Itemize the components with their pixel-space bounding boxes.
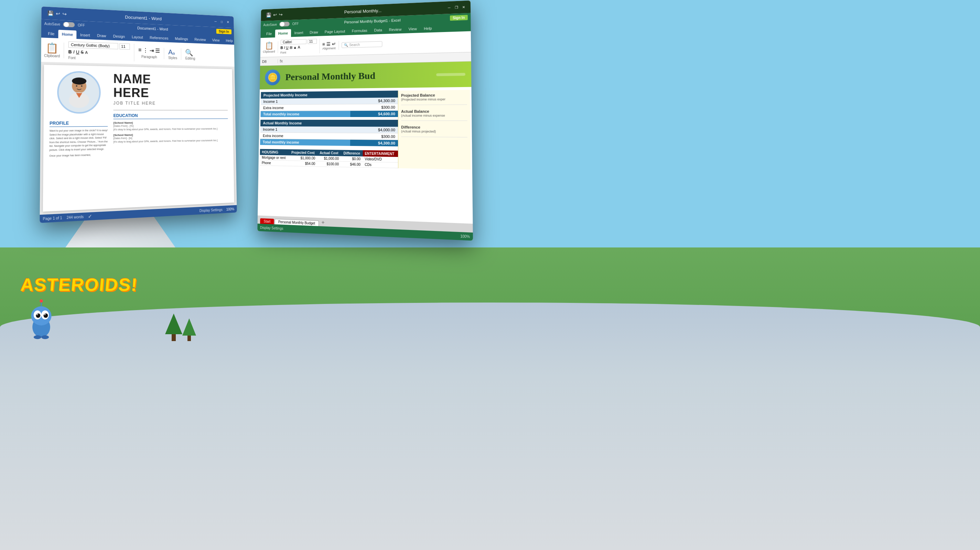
maximize-button[interactable]: □ xyxy=(220,19,224,24)
tab-mailings[interactable]: Mailings xyxy=(172,34,191,43)
excel-cell-ref[interactable]: D8 xyxy=(262,59,278,63)
font-formatting-row: B I U S̶ A xyxy=(68,49,130,56)
excel-font-size[interactable]: 11 xyxy=(307,38,317,44)
excel-tab-page-layout[interactable]: Page Layout xyxy=(321,27,348,36)
tab-home[interactable]: Home xyxy=(58,30,77,39)
excel-underline-button[interactable]: U xyxy=(286,45,289,50)
bold-button[interactable]: B xyxy=(68,49,72,55)
actual-income1-row[interactable]: Income 1 $4,000.00 xyxy=(260,126,398,133)
excel-fill-button[interactable]: ▲ xyxy=(293,45,297,49)
word-sign-in-button[interactable]: Sign In xyxy=(216,29,232,34)
search-icon[interactable]: 🔍 xyxy=(185,48,195,56)
excel-borders-button[interactable]: ⊞ xyxy=(289,45,293,50)
excel-tab-formulas[interactable]: Formulas xyxy=(348,26,371,35)
budget-title: Personal Monthly Bud xyxy=(285,70,375,83)
income1-row[interactable]: Income 1 $4,300.00 xyxy=(261,97,398,105)
close-button[interactable]: ✕ xyxy=(226,20,230,24)
projected-balance-section: Projected Balance (Projected income minu… xyxy=(401,92,467,105)
excel-display-settings[interactable]: Display Settings xyxy=(260,225,283,230)
excel-save-icon[interactable]: 💾 xyxy=(266,13,271,18)
save-icon[interactable]: 💾 xyxy=(48,10,54,16)
extra-income-label: Extra income xyxy=(261,104,350,111)
excel-sign-in-button[interactable]: Sign In xyxy=(450,15,468,21)
minimize-button[interactable]: ─ xyxy=(213,19,218,24)
tab-insert[interactable]: Insert xyxy=(77,30,94,40)
mortgage-actual: $1,000.00 xyxy=(317,156,341,162)
display-settings[interactable]: Display Settings xyxy=(199,207,223,212)
profile-photo xyxy=(57,71,101,114)
tab-file[interactable]: File xyxy=(44,29,58,38)
redo-icon[interactable]: ↪ xyxy=(62,11,67,17)
doc-page: PROFILE Want to put your own image in th… xyxy=(43,65,234,212)
paragraph-label: Paragraph xyxy=(142,55,157,59)
excel-align-center[interactable]: ☰ xyxy=(326,41,331,47)
add-sheet-button[interactable]: + xyxy=(320,218,327,226)
excel-search-area: 🔍 Search xyxy=(342,38,468,48)
excel-tab-help[interactable]: Help xyxy=(420,24,436,33)
excel-tab-insert[interactable]: Insert xyxy=(291,29,307,37)
paste-icon[interactable]: 📋 xyxy=(45,42,59,54)
font-color-button[interactable]: A xyxy=(85,50,88,54)
tab-help[interactable]: Help xyxy=(223,37,236,45)
difference-label: Difference xyxy=(401,125,468,129)
actual-cost-header: Actual Cost xyxy=(317,150,341,156)
tab-references[interactable]: References xyxy=(146,33,172,42)
excel-restore-button[interactable]: ❐ xyxy=(454,5,459,10)
excel-tab-file[interactable]: File xyxy=(263,30,275,38)
numbering-button[interactable]: ⋮ xyxy=(143,47,148,54)
excel-align-left[interactable]: ≡ xyxy=(322,41,325,47)
formula-input[interactable] xyxy=(285,57,469,61)
align-button[interactable]: ☰ xyxy=(155,48,160,54)
housing-section-header: HOUSING xyxy=(260,149,289,156)
budget-header-bar: 🪙 Personal Monthly Bud xyxy=(260,62,471,89)
doc-left-panel: PROFILE Want to put your own image in th… xyxy=(49,70,108,206)
font-selector[interactable]: Century Gothic (Body) xyxy=(68,41,118,49)
excel-autosave-toggle[interactable] xyxy=(279,22,290,27)
undo-icon[interactable]: ↩ xyxy=(56,11,60,16)
indent-button[interactable]: ⇥ xyxy=(150,47,154,54)
extra-income-row[interactable]: Extra income $300.00 xyxy=(261,104,398,111)
excel-font-selector[interactable]: Calibri xyxy=(281,39,307,45)
excel-bold-button[interactable]: B xyxy=(280,45,283,50)
styles-icon[interactable]: Aₐ xyxy=(168,48,177,56)
excel-tab-review[interactable]: Review xyxy=(386,25,405,34)
windows-container: 💾 ↩ ↪ Document1 - Word ─ □ ✕ AutoSave OF… xyxy=(45,10,970,234)
excel-main-content: Projected Monthly Income Income 1 $4,300… xyxy=(258,90,472,170)
tab-layout[interactable]: Layout xyxy=(128,33,146,41)
strikethrough-button[interactable]: S̶ xyxy=(81,49,84,55)
sheet-tab-start[interactable]: Start xyxy=(260,218,274,224)
autosave-toggle[interactable] xyxy=(63,22,75,27)
excel-tab-draw[interactable]: Draw xyxy=(307,28,321,36)
tab-design[interactable]: Design xyxy=(110,32,129,41)
bullets-button[interactable]: ≡ xyxy=(138,47,142,53)
font-size-selector[interactable]: 11 xyxy=(119,43,130,50)
extra-income-amount: $300.00 xyxy=(350,104,398,111)
underline-button[interactable]: U xyxy=(76,49,80,55)
excel-paste-icon[interactable]: 📋 xyxy=(265,41,274,50)
spacer-1 xyxy=(260,117,398,120)
excel-search-placeholder[interactable]: Search xyxy=(349,43,360,47)
tab-view[interactable]: View xyxy=(209,36,223,44)
excel-tab-home[interactable]: Home xyxy=(275,29,291,38)
excel-redo-icon[interactable]: ↪ xyxy=(279,12,283,17)
excel-zoom: 100% xyxy=(460,234,470,239)
tree-1 xyxy=(165,314,182,341)
excel-tab-data[interactable]: Data xyxy=(371,26,386,34)
mortgage-label: Mortgage or rent xyxy=(260,155,289,160)
budget-title-continuation xyxy=(436,73,465,77)
actual-balance-section: Actual Balance (Actual income minus expe… xyxy=(401,109,467,121)
excel-italic-button[interactable]: I xyxy=(284,45,285,49)
excel-alignment-group: ≡ ☰ ↵ Alignment xyxy=(322,41,339,50)
actual-income1-amount: $4,000.00 xyxy=(350,127,398,133)
tab-draw[interactable]: Draw xyxy=(94,31,110,40)
excel-undo-icon[interactable]: ↩ xyxy=(273,12,277,18)
excel-minimize-button[interactable]: ─ xyxy=(447,5,452,10)
excel-close-button[interactable]: ✕ xyxy=(461,5,466,10)
total-projected-row[interactable]: Total monthly income $4,600.00 xyxy=(260,110,398,117)
tab-review[interactable]: Review xyxy=(191,35,209,44)
excel-autosave-label: AutoSave xyxy=(263,23,277,27)
italic-button[interactable]: I xyxy=(73,49,75,54)
excel-wrap-text[interactable]: ↵ xyxy=(332,41,336,46)
excel-font-color-button[interactable]: A xyxy=(298,45,300,49)
excel-tab-view[interactable]: View xyxy=(405,24,420,33)
